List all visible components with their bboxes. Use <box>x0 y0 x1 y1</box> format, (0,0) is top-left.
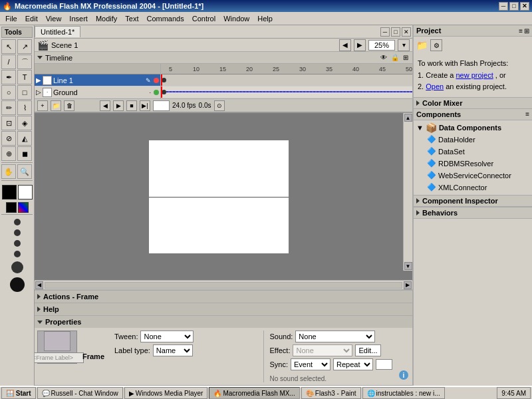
scene-next-btn[interactable]: ▶ <box>354 39 366 51</box>
subselect-tool[interactable]: ↗ <box>17 39 32 54</box>
info-icon[interactable]: i <box>398 331 410 382</box>
zoom-tool[interactable]: 🔍 <box>17 164 32 179</box>
tween-select[interactable]: None <box>140 331 194 342</box>
maximize-button[interactable]: □ <box>509 2 519 11</box>
frame-row-line1[interactable] <box>161 74 412 86</box>
free-transform-tool[interactable]: ⊡ <box>1 116 16 130</box>
minimize-button[interactable]: ─ <box>499 2 508 11</box>
loop-btn[interactable]: ⊙ <box>214 100 225 111</box>
fill-transform-tool[interactable]: ◈ <box>17 116 32 130</box>
layer-row-line1[interactable]: ▶ ▷ Line 1 ✎ <box>35 74 160 86</box>
tl-icon-grid[interactable]: ⊞ <box>402 53 410 62</box>
color-mixer-header[interactable]: Color Mixer <box>414 97 532 109</box>
sync-select[interactable]: Event <box>291 358 331 370</box>
taskbar-flash[interactable]: 🔥 Macromedia Flash MX... <box>209 387 299 399</box>
timeline-collapse-icon[interactable] <box>37 56 43 59</box>
hand-tool[interactable]: ✋ <box>1 164 16 179</box>
menu-item-help[interactable]: Help <box>253 13 277 24</box>
comp-item-dataholder[interactable]: 🔷 DataHolder <box>415 134 531 146</box>
v-scroll-up[interactable]: ▲ <box>404 114 412 122</box>
black-white-btn[interactable] <box>6 202 17 213</box>
next-frame-btn[interactable]: ▶| <box>140 100 150 111</box>
comp-icon-1[interactable]: ≡ <box>525 110 529 118</box>
option-dot-4[interactable] <box>14 251 21 257</box>
start-button[interactable]: 🪟 Start <box>1 387 36 399</box>
taskbar-chat[interactable]: 💬 Russell - Chat Window <box>37 387 123 399</box>
ink-tool[interactable]: ⊘ <box>1 131 16 146</box>
layer-edit-line1[interactable]: ✎ <box>144 77 152 84</box>
tl-icon-eye[interactable]: 👁 <box>379 53 388 62</box>
fill-color[interactable] <box>18 185 33 200</box>
zoom-dropdown-btn[interactable]: ▾ <box>398 39 410 51</box>
stage-container[interactable]: ▲ ▼ <box>35 113 412 280</box>
menu-item-modify[interactable]: Modify <box>92 13 121 24</box>
oval-tool[interactable]: ○ <box>1 85 16 100</box>
menu-item-control[interactable]: Control <box>188 13 219 24</box>
comp-item-webservice[interactable]: 🔷 WebServiceConnector <box>415 170 531 182</box>
actions-panel-header[interactable]: Actions - Frame <box>35 291 412 303</box>
v-scrollbar[interactable]: ▲ ▼ <box>403 113 412 271</box>
option-dot-2[interactable] <box>14 229 21 236</box>
taskbar-instructables[interactable]: 🌐 instructables : new i... <box>362 387 445 399</box>
v-scroll-down[interactable]: ▼ <box>404 262 412 270</box>
open-project-link[interactable]: Open <box>426 82 444 90</box>
effect-select[interactable]: None <box>293 344 352 356</box>
paint-bucket-tool[interactable]: ◭ <box>17 131 32 146</box>
behaviors-header[interactable]: Behaviors <box>414 207 532 219</box>
prev-frame-btn[interactable]: ◀ <box>100 100 110 111</box>
titlebar-controls[interactable]: ─ □ ✕ <box>499 2 529 11</box>
project-icon-2[interactable]: ⊞ <box>524 27 529 35</box>
frame-number-input[interactable]: 1 <box>153 100 170 111</box>
option-dot-1[interactable] <box>14 219 21 225</box>
menu-item-window[interactable]: Window <box>219 13 253 24</box>
play-btn[interactable]: ▶ <box>113 100 124 111</box>
comp-item-dataset[interactable]: 🔷 DataSet <box>415 146 531 158</box>
menu-item-edit[interactable]: Edit <box>21 13 42 24</box>
new-project-link[interactable]: new project <box>456 71 493 79</box>
layer-row-ground[interactable]: ▷ · Ground · <box>35 86 160 98</box>
delete-layer-btn[interactable]: 🗑 <box>64 100 74 111</box>
eyedropper-tool[interactable]: ⊕ <box>1 146 16 161</box>
h-scroll-right[interactable]: ▶ <box>404 281 412 289</box>
label-type-select[interactable]: Name <box>153 344 193 356</box>
option-dot-6[interactable] <box>10 277 25 292</box>
h-scroll-left[interactable]: ◀ <box>35 281 43 289</box>
option-dot-3[interactable] <box>14 240 21 247</box>
repeat-input[interactable]: 1 <box>376 359 392 370</box>
h-scrollbar[interactable]: ◀ ▶ <box>35 280 412 289</box>
close-button[interactable]: ✕ <box>520 2 529 11</box>
eraser-tool[interactable]: ◼ <box>17 146 32 161</box>
doc-minimize-btn[interactable]: ─ <box>380 27 390 37</box>
arrow-tool[interactable]: ↖ <box>1 39 16 54</box>
repeat-select[interactable]: Repeat <box>333 358 373 370</box>
stroke-color[interactable] <box>2 185 17 200</box>
option-dot-5[interactable] <box>11 261 23 273</box>
doc-tab[interactable]: Untitled-1* <box>35 26 80 37</box>
project-icon-1[interactable]: ≡ <box>519 27 523 35</box>
help-panel-header[interactable]: Help <box>35 303 412 315</box>
rect-tool[interactable]: □ <box>17 85 32 100</box>
zoom-box[interactable]: 25% <box>368 40 395 51</box>
component-inspector-header[interactable]: Component Inspector <box>414 195 532 207</box>
line-tool[interactable]: / <box>1 55 16 69</box>
frame-label-box[interactable]: <Frame Label> <box>35 352 84 363</box>
brush-tool[interactable]: ⌇ <box>17 100 32 115</box>
new-layer-btn[interactable]: + <box>37 100 48 111</box>
scene-prev-btn[interactable]: ◀ <box>339 39 351 51</box>
new-folder-btn[interactable]: 📁 <box>51 100 61 111</box>
text-tool[interactable]: T <box>17 70 32 84</box>
properties-panel-header[interactable]: Properties <box>35 316 412 328</box>
edit-button[interactable]: Edit... <box>355 344 380 356</box>
comp-item-xml[interactable]: 🔷 XMLConnector <box>415 182 531 194</box>
sound-select[interactable]: None <box>295 331 375 342</box>
menu-item-commands[interactable]: Commands <box>142 13 188 24</box>
pen-tool[interactable]: ✒ <box>1 70 16 84</box>
layer-edit-ground[interactable]: · <box>148 89 152 96</box>
comp-item-rdbms[interactable]: 🔷 RDBMSResolver <box>415 158 531 170</box>
taskbar-media[interactable]: ▶ Windows Media Player <box>124 387 208 399</box>
menu-item-view[interactable]: View <box>42 13 66 24</box>
swap-colors-btn[interactable] <box>18 202 29 213</box>
menu-item-text[interactable]: Text <box>121 13 142 24</box>
stop-btn[interactable]: ■ <box>126 100 137 111</box>
doc-close-btn[interactable]: ✕ <box>402 27 411 37</box>
